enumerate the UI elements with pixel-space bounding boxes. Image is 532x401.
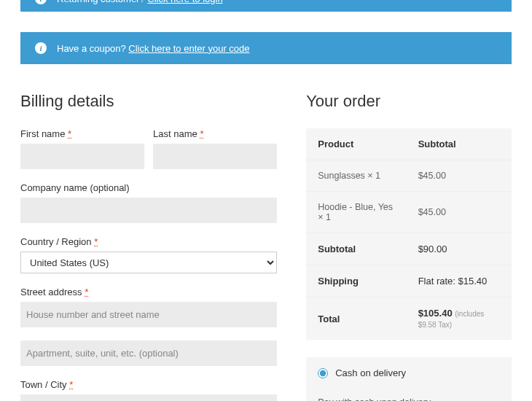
city-label: Town / City * bbox=[20, 379, 277, 390]
last-name-label: Last name * bbox=[153, 128, 277, 139]
table-row: Hoodie - Blue, Yes × 1 $45.00 bbox=[306, 192, 512, 233]
first-name-input[interactable] bbox=[20, 144, 144, 169]
street-label: Street address * bbox=[20, 287, 277, 297]
returning-customer-notice: i Returning customer? Click here to logi… bbox=[20, 0, 512, 12]
payment-option-cod[interactable]: Cash on delivery bbox=[306, 357, 512, 389]
col-product: Product bbox=[306, 128, 406, 160]
order-table: Product Subtotal Sunglasses × 1 $45.00 H… bbox=[306, 128, 512, 340]
cod-description: Pay with cash upon delivery. bbox=[306, 389, 512, 401]
subtotal-value: $90.00 bbox=[407, 233, 512, 265]
table-row: Sunglasses × 1 $45.00 bbox=[306, 160, 512, 192]
login-link[interactable]: Click here to login bbox=[147, 0, 222, 4]
street2-input[interactable] bbox=[20, 340, 277, 366]
shipping-value: Flat rate: $15.40 bbox=[407, 265, 512, 297]
order-heading: Your order bbox=[306, 92, 512, 111]
notice-text: Returning customer? bbox=[57, 0, 145, 4]
cod-label: Cash on delivery bbox=[335, 367, 406, 378]
cod-radio[interactable] bbox=[318, 368, 328, 378]
info-icon: i bbox=[35, 42, 47, 54]
coupon-link[interactable]: Click here to enter your code bbox=[128, 43, 249, 54]
total-label: Total bbox=[306, 297, 406, 340]
country-label: Country / Region * bbox=[20, 236, 277, 247]
last-name-input[interactable] bbox=[153, 144, 277, 169]
first-name-label: First name * bbox=[20, 128, 144, 139]
company-label: Company name (optional) bbox=[20, 182, 277, 193]
country-select[interactable]: United States (US) bbox=[20, 252, 277, 273]
payment-section: Cash on delivery Pay with cash upon deli… bbox=[306, 357, 512, 401]
street1-input[interactable] bbox=[20, 302, 277, 327]
total-value: $105.40 bbox=[418, 308, 453, 319]
notice-text: Have a coupon? bbox=[57, 43, 126, 54]
city-input[interactable] bbox=[20, 394, 277, 401]
coupon-notice: i Have a coupon? Click here to enter you… bbox=[20, 32, 512, 64]
company-input[interactable] bbox=[20, 198, 277, 223]
subtotal-label: Subtotal bbox=[306, 233, 406, 265]
info-icon: i bbox=[35, 0, 47, 4]
col-subtotal: Subtotal bbox=[407, 128, 512, 160]
shipping-label: Shipping bbox=[306, 265, 406, 297]
billing-heading: Billing details bbox=[20, 92, 277, 111]
